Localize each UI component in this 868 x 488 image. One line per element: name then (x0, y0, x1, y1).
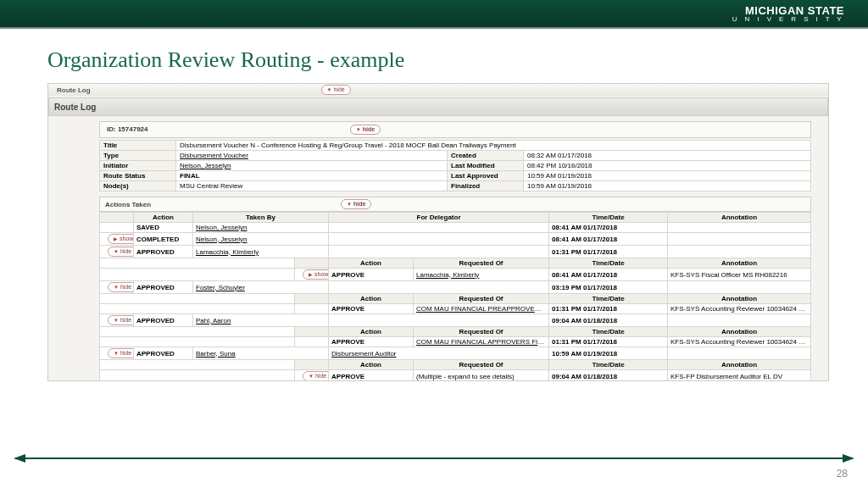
table-row: SAVED Nelson, Jesselyn 08:41 AM 01/17/20… (100, 223, 811, 233)
meta-lastapp-val: 10:59 AM 01/19/2018 (524, 171, 811, 181)
meta-nodes-val: MSU Central Review (176, 181, 448, 191)
sub-col-td: Time/Date (549, 258, 668, 269)
meta-route-lbl: Route Status (100, 171, 176, 181)
id-bar: ID: 15747924 hide (99, 121, 811, 138)
table-row: show APPROVE Lamacchia, Kimberly 08:41 A… (100, 269, 811, 281)
meta-table: Title Disbursement Voucher N - Conferenc… (99, 140, 811, 191)
hide-button-row[interactable]: hide (108, 348, 134, 358)
sub-col-blank (295, 258, 329, 269)
show-button[interactable]: show (303, 269, 329, 280)
hide-button-actions[interactable]: hide (341, 199, 371, 209)
hide-button-row[interactable]: hide (108, 315, 134, 325)
col-annotation: Annotation (668, 213, 811, 223)
sub-col-ann: Annotation (668, 258, 811, 269)
route-log-panel-header: Route Log (48, 97, 828, 116)
col-blank (100, 213, 134, 223)
show-button[interactable]: show (108, 234, 134, 244)
meta-final-val: 10:59 AM 01/19/2018 (524, 181, 811, 191)
col-action: Action (134, 213, 193, 223)
meta-type-lbl: Type (100, 151, 176, 161)
outer-section-tab: Route Log hide (48, 84, 828, 96)
meta-lastapp-lbl: Last Approved (448, 171, 524, 181)
table-row: hide APPROVE (Multiple - expand to see d… (100, 370, 811, 382)
actions-grid: Action Taken By For Delegator Time/Date … (99, 212, 811, 381)
table-row: APPROVE COM MAU FINANCIAL PREAPPROVERS 1… (100, 304, 811, 314)
meta-created-lbl: Created (448, 151, 524, 161)
col-fordel: For Delegator (329, 213, 549, 223)
col-takenby: Taken By (193, 213, 329, 223)
header-bar: MICHIGAN STATE U N I V E R S I T Y (0, 0, 868, 29)
hide-button-row[interactable]: hide (108, 247, 134, 257)
meta-lastmod-lbl: Last Modified (448, 161, 524, 171)
sub-col-action: Action (329, 258, 414, 269)
route-log-title: Route Log (54, 103, 96, 112)
table-row: hide APPROVED Pahl, Aaron 09:04 AM 01/18… (100, 314, 811, 327)
sub-col-reqof: Requested Of (414, 258, 549, 269)
meta-type-link[interactable]: Disbursement Voucher (180, 152, 248, 159)
actions-taken-label: Actions Taken (105, 201, 151, 208)
app-screenshot: Route Log hide Route Log ID: 15747924 hi… (47, 83, 829, 381)
route-log-label-outer: Route Log (52, 85, 96, 96)
meta-nodes-lbl: Node(s) (100, 181, 176, 191)
meta-init-link[interactable]: Nelson, Jesselyn (180, 162, 231, 169)
table-row: hide APPROVED Barber, Suna Disbursement … (100, 347, 811, 360)
meta-lastmod-val: 08:42 PM 10/16/2018 (524, 161, 811, 171)
msu-logo: MICHIGAN STATE U N I V E R S I T Y (732, 5, 844, 23)
meta-created-val: 08:32 AM 01/17/2018 (524, 151, 811, 161)
page-number: 28 (837, 468, 848, 480)
hide-button-row[interactable]: hide (108, 282, 134, 292)
doc-id: ID: 15747924 (107, 125, 147, 133)
col-timedate: Time/Date (549, 213, 668, 223)
table-row: hide APPROVED Foster, Schuyler 03:19 PM … (100, 281, 811, 294)
meta-title-lbl: Title (100, 141, 176, 151)
page-title: Organization Review Routing - example (47, 47, 868, 73)
hide-button-outer[interactable]: hide (321, 85, 351, 95)
logo-line2: U N I V E R S I T Y (732, 16, 844, 23)
footer-rule (15, 458, 853, 459)
meta-title-val: Disbursement Voucher N - Conference Host… (176, 141, 811, 151)
hide-button-id[interactable]: hide (350, 125, 381, 135)
table-row: APPROVE COM MAU FINANCIAL APPROVERS FINA… (100, 337, 811, 347)
table-row: show COMPLETED Nelson, Jesselyn 08:41 AM… (100, 233, 811, 246)
table-row: hide APPROVED Lamacchia, Kimberly 01:31 … (100, 246, 811, 258)
logo-line1: MICHIGAN STATE (732, 5, 844, 16)
meta-init-lbl: Initiator (100, 161, 176, 171)
meta-final-lbl: Finalized (448, 181, 524, 191)
hide-button-row[interactable]: hide (303, 371, 329, 381)
actions-taken-bar: Actions Taken hide (99, 197, 811, 212)
meta-route-val: FINAL (176, 171, 448, 181)
